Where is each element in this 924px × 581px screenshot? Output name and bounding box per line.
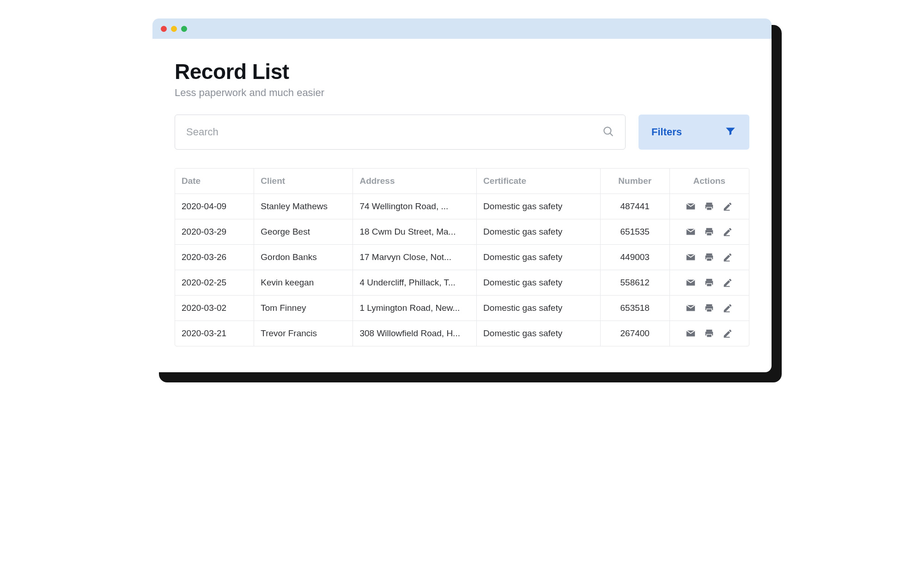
- print-icon[interactable]: [704, 252, 714, 262]
- svg-rect-18: [706, 304, 712, 307]
- records-table: Date Client Address Certificate Number A…: [175, 168, 749, 346]
- table-row: 2020-02-25Kevin keegan4 Undercliff, Phil…: [175, 270, 749, 296]
- cell-number: 558612: [601, 270, 670, 296]
- cell-actions: [670, 270, 749, 296]
- print-icon[interactable]: [704, 278, 714, 288]
- cell-address: 4 Undercliff, Phillack, T...: [353, 270, 477, 296]
- cell-date: 2020-03-02: [175, 296, 254, 321]
- cell-date: 2020-04-09: [175, 194, 254, 219]
- table-header-row: Date Client Address Certificate Number A…: [175, 169, 749, 194]
- cell-address: 1 Lymington Road, New...: [353, 296, 477, 321]
- svg-rect-17: [724, 286, 730, 287]
- svg-rect-13: [724, 260, 730, 261]
- cell-number: 487441: [601, 194, 670, 219]
- col-header-certificate: Certificate: [477, 169, 601, 194]
- svg-rect-10: [706, 254, 712, 256]
- svg-rect-9: [724, 235, 730, 236]
- col-header-number: Number: [601, 169, 670, 194]
- cell-address: 308 Willowfield Road, H...: [353, 321, 477, 346]
- svg-rect-24: [707, 334, 712, 337]
- cell-actions: [670, 296, 749, 321]
- window-titlebar: [152, 18, 772, 39]
- cell-date: 2020-02-25: [175, 270, 254, 296]
- cell-actions: [670, 194, 749, 219]
- svg-rect-20: [707, 309, 712, 312]
- edit-icon[interactable]: [723, 278, 733, 288]
- cell-number: 651535: [601, 219, 670, 245]
- cell-certificate: Domestic gas safety: [477, 321, 601, 346]
- cell-certificate: Domestic gas safety: [477, 296, 601, 321]
- search-input[interactable]: [186, 126, 602, 138]
- window-minimize-icon[interactable]: [171, 26, 177, 32]
- cell-certificate: Domestic gas safety: [477, 245, 601, 270]
- page-title: Record List: [175, 59, 749, 84]
- svg-rect-22: [706, 330, 712, 332]
- mail-icon[interactable]: [686, 252, 696, 262]
- cell-date: 2020-03-26: [175, 245, 254, 270]
- cell-date: 2020-03-21: [175, 321, 254, 346]
- cell-certificate: Domestic gas safety: [477, 270, 601, 296]
- app-window: Record List Less paperwork and much easi…: [152, 18, 772, 372]
- window-close-icon[interactable]: [161, 26, 167, 32]
- cell-client: Kevin keegan: [254, 270, 353, 296]
- svg-rect-25: [724, 337, 730, 338]
- table-row: 2020-03-02Tom Finney1 Lymington Road, Ne…: [175, 296, 749, 321]
- edit-icon[interactable]: [723, 227, 733, 237]
- cell-address: 17 Marvyn Close, Not...: [353, 245, 477, 270]
- table-row: 2020-03-29George Best18 Cwm Du Street, M…: [175, 219, 749, 245]
- svg-line-1: [610, 133, 613, 136]
- col-header-address: Address: [353, 169, 477, 194]
- print-icon[interactable]: [704, 227, 714, 237]
- svg-rect-12: [707, 258, 712, 261]
- window-maximize-icon[interactable]: [181, 26, 187, 32]
- toolbar: Filters: [175, 115, 749, 150]
- svg-rect-6: [706, 228, 712, 230]
- cell-client: Tom Finney: [254, 296, 353, 321]
- mail-icon[interactable]: [686, 328, 696, 339]
- search-field[interactable]: [175, 115, 626, 150]
- cell-date: 2020-03-29: [175, 219, 254, 245]
- cell-client: Trevor Francis: [254, 321, 353, 346]
- filters-button[interactable]: Filters: [638, 115, 749, 150]
- cell-certificate: Domestic gas safety: [477, 194, 601, 219]
- edit-icon[interactable]: [723, 328, 733, 339]
- search-icon: [602, 125, 614, 139]
- page-subtitle: Less paperwork and much easier: [175, 87, 749, 99]
- page-content: Record List Less paperwork and much easi…: [152, 39, 772, 372]
- print-icon[interactable]: [704, 328, 714, 339]
- cell-number: 267400: [601, 321, 670, 346]
- svg-rect-21: [724, 311, 730, 312]
- svg-rect-14: [706, 279, 712, 281]
- cell-client: Stanley Mathews: [254, 194, 353, 219]
- filters-label: Filters: [651, 126, 682, 138]
- mail-icon[interactable]: [686, 201, 696, 212]
- cell-number: 653518: [601, 296, 670, 321]
- cell-address: 18 Cwm Du Street, Ma...: [353, 219, 477, 245]
- cell-client: George Best: [254, 219, 353, 245]
- cell-client: Gordon Banks: [254, 245, 353, 270]
- col-header-client: Client: [254, 169, 353, 194]
- cell-actions: [670, 321, 749, 346]
- cell-actions: [670, 219, 749, 245]
- edit-icon[interactable]: [723, 201, 733, 212]
- cell-address: 74 Wellington Road, ...: [353, 194, 477, 219]
- svg-rect-4: [707, 207, 712, 210]
- mail-icon[interactable]: [686, 227, 696, 237]
- col-header-date: Date: [175, 169, 254, 194]
- print-icon[interactable]: [704, 303, 714, 313]
- cell-certificate: Domestic gas safety: [477, 219, 601, 245]
- svg-rect-8: [707, 233, 712, 236]
- cell-number: 449003: [601, 245, 670, 270]
- mail-icon[interactable]: [686, 303, 696, 313]
- print-icon[interactable]: [704, 201, 714, 212]
- svg-rect-16: [707, 284, 712, 286]
- edit-icon[interactable]: [723, 252, 733, 262]
- cell-actions: [670, 245, 749, 270]
- table-row: 2020-03-26Gordon Banks17 Marvyn Close, N…: [175, 245, 749, 270]
- edit-icon[interactable]: [723, 303, 733, 313]
- table-row: 2020-04-09Stanley Mathews74 Wellington R…: [175, 194, 749, 219]
- filter-icon: [724, 125, 736, 139]
- mail-icon[interactable]: [686, 278, 696, 288]
- svg-rect-5: [724, 210, 730, 211]
- table-row: 2020-03-21Trevor Francis308 Willowfield …: [175, 321, 749, 346]
